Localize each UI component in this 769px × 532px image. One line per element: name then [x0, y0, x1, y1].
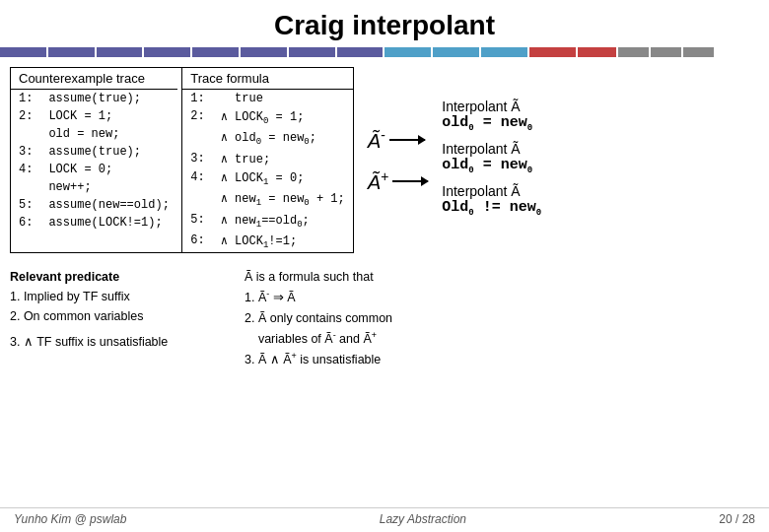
trace-code: assume(true);	[40, 143, 176, 161]
formula-num: 3:	[182, 150, 213, 168]
relevant-pred-item-2: 2. On common variables	[10, 306, 237, 326]
table-row: 4: LOCK = 0;	[11, 161, 177, 178]
table-row: 6: ∧ LOCK1!=1;	[182, 232, 353, 252]
trace-code: LOCK = 0;	[40, 161, 176, 178]
formula-num: 2:	[182, 107, 213, 128]
trace-code: LOCK = 1;	[40, 107, 176, 125]
formula-val: ∧ LOCK1 = 0;	[213, 168, 353, 189]
table-row: 4: ∧ LOCK1 = 0;	[182, 168, 353, 189]
formula-num	[182, 128, 213, 149]
table-row: 5: assume(new==old);	[11, 196, 177, 214]
table-row: 1: true	[182, 90, 353, 108]
formula-val: ∧ LOCK1!=1;	[213, 232, 353, 252]
trace-num: 3:	[11, 143, 40, 161]
table-row: 1: assume(true);	[11, 90, 177, 108]
tilde-item-1: 1. Ã- ⇒ Ã	[245, 287, 759, 307]
formula-num	[182, 189, 213, 210]
interp-label-3: Interpolant Ã	[442, 183, 759, 199]
tilde-intro: Ã is a formula such that	[245, 267, 759, 287]
table-row: old = new;	[11, 125, 177, 143]
trace-code: assume(LOCK!=1);	[40, 214, 176, 232]
trace-num	[11, 125, 40, 143]
tables-area: Counterexample trace 1: assume(true); 2:…	[10, 67, 354, 253]
formula-val: ∧ true;	[213, 150, 353, 168]
formula-num: 1:	[182, 90, 213, 108]
interp-block-2: Interpolant Ã old0 = new0	[442, 141, 759, 175]
table-row: 3: ∧ true;	[182, 150, 353, 168]
tilde-item-3: 3. Ã ∧ Ã+ is unsatisfiable	[245, 349, 759, 369]
relevant-pred-item-3: 3. ∧ TF suffix is unsatisfiable	[10, 332, 237, 352]
trace-code: old = new;	[40, 125, 176, 143]
interpolant-area: Interpolant Ã old0 = new0 Interpolant Ã …	[442, 67, 759, 253]
table-row: ∧ old0 = new0;	[182, 128, 353, 149]
trace-code: new++;	[40, 178, 176, 196]
footer: Yunho Kim @ pswlab Lazy Abstraction 20 /…	[0, 507, 769, 526]
relevant-pred-item-1: 1. Implied by TF suffix	[10, 287, 237, 306]
tilde-plus-symbol: Ã+	[368, 168, 389, 194]
formula-num: 6:	[182, 232, 213, 252]
trace-num	[11, 178, 40, 196]
formula-val: ∧ new1 = new0 + 1;	[213, 189, 353, 210]
trace-header: Counterexample trace	[11, 68, 177, 90]
interp-label-2: Interpolant Ã	[442, 141, 759, 157]
table-row: 3: assume(true);	[11, 143, 177, 161]
page-title: Craig interpolant	[0, 0, 769, 47]
footer-right: 20 / 28	[719, 512, 755, 526]
formula-val: ∧ new1==old0;	[213, 211, 353, 232]
trace-code: assume(true);	[40, 90, 176, 108]
table-row: 6: assume(LOCK!=1);	[11, 214, 177, 232]
trace-code: assume(new==old);	[40, 196, 176, 214]
trace-num: 2:	[11, 107, 40, 125]
progress-bar	[0, 47, 769, 57]
formula-header: Trace formula	[182, 68, 353, 90]
formula-val: true	[213, 90, 353, 108]
footer-left: Yunho Kim @ pswlab	[14, 512, 126, 526]
interp-block-3: Interpolant Ã Old0 != new0	[442, 183, 759, 218]
relevant-predicate-area: Relevant predicate 1. Implied by TF suff…	[10, 267, 237, 368]
interp-block-1: Interpolant Ã old0 = new0	[442, 99, 759, 133]
table-row: new++;	[11, 178, 177, 196]
arrow-right-icon	[389, 139, 425, 141]
footer-center: Lazy Abstraction	[380, 512, 466, 526]
table-row: ∧ new1 = new0 + 1;	[182, 189, 353, 210]
table-row: 2: LOCK = 1;	[11, 107, 177, 125]
trace-num: 5:	[11, 196, 40, 214]
trace-num: 4:	[11, 161, 40, 178]
formula-val: ∧ LOCK0 = 1;	[213, 107, 353, 128]
arrow-minus-label: Ã-	[368, 127, 425, 153]
relevant-pred-title: Relevant predicate	[10, 267, 237, 287]
trace-num: 1:	[11, 90, 40, 108]
formula-num: 5:	[182, 211, 213, 232]
arrow-area: Ã- Ã+	[362, 67, 435, 253]
tilde-item-2: 2. Ã only contains common	[245, 308, 759, 328]
tilde-item-2b: variables of Ã- and Ã+	[245, 328, 759, 349]
tilde-minus-symbol: Ã-	[368, 127, 385, 153]
formula-num: 4:	[182, 168, 213, 189]
interp-label-1: Interpolant Ã	[442, 99, 759, 114]
interp-formula-3: Old0 != new0	[442, 199, 759, 218]
arrow-plus-label: Ã+	[368, 168, 429, 194]
table-row: 2: ∧ LOCK0 = 1;	[182, 107, 353, 128]
table-row: 5: ∧ new1==old0;	[182, 211, 353, 232]
trace-num: 6:	[11, 214, 40, 232]
interp-formula-2: old0 = new0	[442, 157, 759, 175]
interp-formula-1: old0 = new0	[442, 114, 759, 133]
arrow-right-icon2	[392, 180, 428, 182]
tilde-description-area: Ã is a formula such that 1. Ã- ⇒ Ã 2. Ã …	[245, 267, 759, 368]
formula-val: ∧ old0 = new0;	[213, 128, 353, 149]
